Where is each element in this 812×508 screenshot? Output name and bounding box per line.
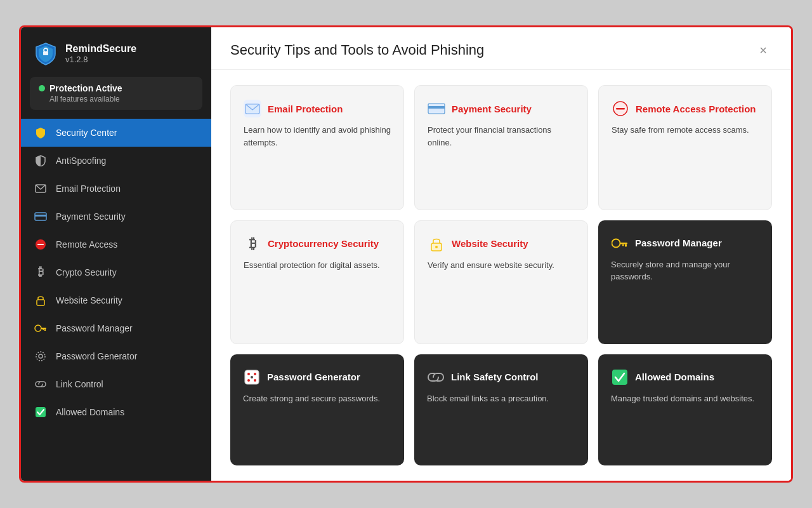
shield-half-icon <box>34 154 48 168</box>
sidebar-item-password-manager[interactable]: Password Manager <box>21 314 211 342</box>
card-email-protection[interactable]: Email Protection Learn how to identify a… <box>230 85 404 210</box>
svg-rect-9 <box>41 328 46 329</box>
sidebar-item-label: Password Generator <box>56 351 137 361</box>
sidebar-item-label: Allowed Domains <box>56 407 124 417</box>
sidebar-item-email-protection[interactable]: Email Protection <box>21 175 211 203</box>
bitcoin-card-icon: ₿ <box>244 235 261 253</box>
email-card-icon <box>244 100 261 117</box>
card-title: Allowed Domains <box>635 371 714 382</box>
card-title: Payment Security <box>452 104 532 114</box>
svg-rect-22 <box>616 108 625 110</box>
svg-rect-11 <box>43 329 44 330</box>
svg-rect-27 <box>620 243 627 244</box>
card-description: Learn how to identify and avoid phishing… <box>244 124 391 149</box>
svg-rect-4 <box>35 215 46 217</box>
sidebar-item-label: Password Manager <box>56 323 133 333</box>
card-header: Remote Access Protection <box>612 100 759 117</box>
page-title: Security Tips and Tools to Avoid Phishin… <box>230 42 484 58</box>
card-password-manager[interactable]: Password Manager Securely store and mana… <box>598 220 772 344</box>
sidebar-item-label: Crypto Security <box>56 267 117 277</box>
app-window: RemindSecure v1.2.8 Protection Active Al… <box>19 25 793 483</box>
card-description: Verify and ensure website security. <box>428 259 575 272</box>
card-remote-access[interactable]: Remote Access Protection Stay safe from … <box>598 85 772 210</box>
remote-card-icon <box>612 100 629 117</box>
minus-circle-icon <box>34 237 48 251</box>
svg-rect-10 <box>44 329 46 331</box>
sidebar-item-remote-access[interactable]: Remote Access <box>21 231 211 258</box>
sidebar-item-crypto-security[interactable]: ₿ Crypto Security <box>21 258 211 286</box>
card-header: Link Safety Control <box>427 368 575 386</box>
sidebar-item-allowed-domains[interactable]: Allowed Domains <box>21 398 211 426</box>
card-title: Password Generator <box>267 371 360 382</box>
card-description: Securely store and manage your passwords… <box>611 258 759 283</box>
sidebar-item-payment-security[interactable]: Payment Security <box>21 203 211 231</box>
card-crypto-security[interactable]: ₿ Cryptocurrency Security Essential prot… <box>230 220 404 344</box>
svg-rect-28 <box>625 244 627 246</box>
close-button[interactable]: × <box>754 41 772 59</box>
svg-point-8 <box>35 325 41 331</box>
sidebar-item-website-security[interactable]: Website Security <box>21 286 211 314</box>
sidebar-item-label: Email Protection <box>56 184 121 194</box>
svg-point-12 <box>39 354 43 358</box>
svg-rect-7 <box>37 300 44 305</box>
sidebar-item-antispoofing[interactable]: AntiSpoofing <box>21 147 211 175</box>
svg-rect-6 <box>37 244 44 245</box>
dice-card-icon <box>243 368 261 386</box>
app-name: RemindSecure <box>65 43 136 55</box>
status-title: Protection Active <box>49 83 122 93</box>
sidebar-item-label: AntiSpoofing <box>56 156 106 166</box>
card-password-generator[interactable]: Password Generator Create strong and sec… <box>230 354 404 465</box>
svg-point-34 <box>254 379 256 382</box>
key-card-icon <box>611 234 629 252</box>
sidebar-item-link-control[interactable]: Link Control <box>21 370 211 398</box>
card-allowed-domains[interactable]: Allowed Domains Manage trusted domains a… <box>598 354 772 465</box>
card-header: Allowed Domains <box>611 368 759 386</box>
app-version: v1.2.8 <box>65 55 136 64</box>
card-header: Password Generator <box>243 368 391 386</box>
card-title: Email Protection <box>268 104 343 114</box>
status-subtitle: All features available <box>39 95 193 104</box>
sidebar-item-label: Website Security <box>56 295 122 305</box>
sidebar-header: RemindSecure v1.2.8 <box>21 27 211 77</box>
card-title: Remote Access Protection <box>636 104 756 114</box>
card-description: Protect your financial transactions onli… <box>428 124 575 149</box>
card-header: Website Security <box>428 235 575 253</box>
card-website-security[interactable]: Website Security Verify and ensure websi… <box>414 220 588 344</box>
protection-status: Protection Active All features available <box>30 77 202 110</box>
card-header: Password Manager <box>611 234 759 252</box>
card-description: Manage trusted domains and websites. <box>611 392 759 405</box>
lock-icon <box>34 293 48 307</box>
svg-point-35 <box>251 376 253 378</box>
svg-rect-19 <box>428 106 445 109</box>
sidebar-item-label: Payment Security <box>56 211 126 222</box>
svg-rect-29 <box>622 244 624 246</box>
svg-point-31 <box>247 373 250 375</box>
svg-point-32 <box>254 373 256 375</box>
card-description: Create strong and secure passwords. <box>243 392 391 405</box>
svg-point-33 <box>247 379 250 382</box>
card-title: Cryptocurrency Security <box>268 238 379 249</box>
sidebar-item-security-center[interactable]: Security Center <box>21 119 211 147</box>
check-green-card-icon <box>611 368 629 386</box>
link-icon <box>34 377 48 391</box>
gear-icon <box>34 349 48 363</box>
card-title: Link Safety Control <box>451 371 539 382</box>
card-link-safety[interactable]: Link Safety Control Block email links as… <box>414 354 588 465</box>
svg-rect-36 <box>612 370 627 385</box>
key-icon <box>34 321 48 335</box>
card-payment-security[interactable]: Payment Security Protect your financial … <box>414 85 588 210</box>
email-icon <box>34 182 48 196</box>
card-description: Block email links as a precaution. <box>427 392 575 405</box>
shield-icon <box>34 126 48 140</box>
card-header: ₿ Cryptocurrency Security <box>244 235 391 253</box>
card-title: Website Security <box>452 238 528 249</box>
sidebar-item-password-generator[interactable]: Password Generator <box>21 342 211 370</box>
link-card-icon <box>427 368 445 386</box>
card-description: Stay safe from remote access scams. <box>612 124 759 137</box>
main-header: Security Tips and Tools to Avoid Phishin… <box>211 27 791 70</box>
card-icon <box>34 210 48 224</box>
cards-grid: Email Protection Learn how to identify a… <box>211 70 791 481</box>
sidebar-brand: RemindSecure v1.2.8 <box>65 43 136 64</box>
sidebar-item-label: Security Center <box>56 128 117 138</box>
sidebar-item-label: Link Control <box>56 379 103 389</box>
